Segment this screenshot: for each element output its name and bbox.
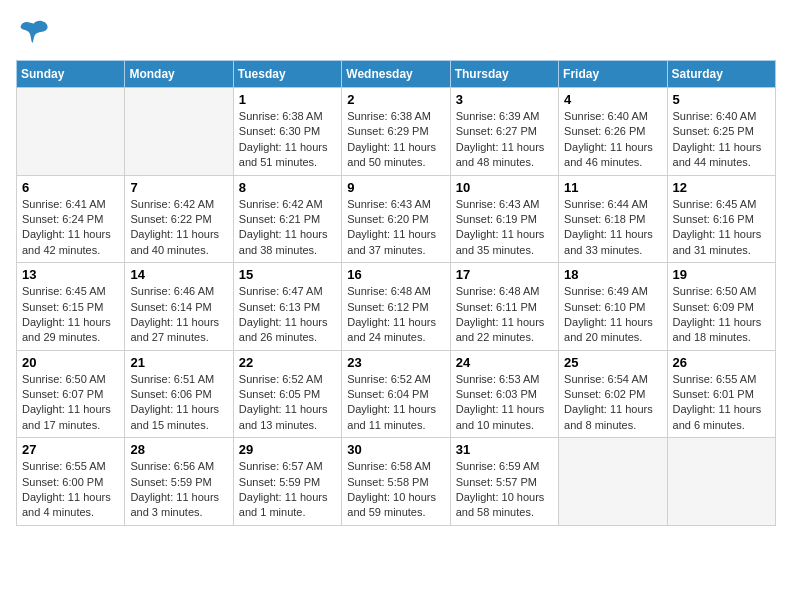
- cell-sun-info: Sunrise: 6:40 AMSunset: 6:25 PMDaylight:…: [673, 109, 770, 171]
- day-number: 29: [239, 442, 336, 457]
- day-number: 1: [239, 92, 336, 107]
- calendar-cell: 28Sunrise: 6:56 AMSunset: 5:59 PMDayligh…: [125, 438, 233, 526]
- calendar-cell: [667, 438, 775, 526]
- cell-sun-info: Sunrise: 6:42 AMSunset: 6:21 PMDaylight:…: [239, 197, 336, 259]
- cell-sun-info: Sunrise: 6:45 AMSunset: 6:16 PMDaylight:…: [673, 197, 770, 259]
- calendar-cell: 11Sunrise: 6:44 AMSunset: 6:18 PMDayligh…: [559, 175, 667, 263]
- calendar-cell: 13Sunrise: 6:45 AMSunset: 6:15 PMDayligh…: [17, 263, 125, 351]
- weekday-header: Tuesday: [233, 61, 341, 88]
- calendar-week-row: 27Sunrise: 6:55 AMSunset: 6:00 PMDayligh…: [17, 438, 776, 526]
- day-number: 2: [347, 92, 444, 107]
- calendar-week-row: 20Sunrise: 6:50 AMSunset: 6:07 PMDayligh…: [17, 350, 776, 438]
- calendar-cell: 25Sunrise: 6:54 AMSunset: 6:02 PMDayligh…: [559, 350, 667, 438]
- logo: [16, 16, 56, 52]
- cell-sun-info: Sunrise: 6:39 AMSunset: 6:27 PMDaylight:…: [456, 109, 553, 171]
- weekday-header: Sunday: [17, 61, 125, 88]
- cell-sun-info: Sunrise: 6:38 AMSunset: 6:30 PMDaylight:…: [239, 109, 336, 171]
- calendar-cell: 5Sunrise: 6:40 AMSunset: 6:25 PMDaylight…: [667, 88, 775, 176]
- day-number: 5: [673, 92, 770, 107]
- day-number: 13: [22, 267, 119, 282]
- cell-sun-info: Sunrise: 6:40 AMSunset: 6:26 PMDaylight:…: [564, 109, 661, 171]
- calendar-cell: [17, 88, 125, 176]
- cell-sun-info: Sunrise: 6:51 AMSunset: 6:06 PMDaylight:…: [130, 372, 227, 434]
- cell-sun-info: Sunrise: 6:52 AMSunset: 6:05 PMDaylight:…: [239, 372, 336, 434]
- calendar-cell: 30Sunrise: 6:58 AMSunset: 5:58 PMDayligh…: [342, 438, 450, 526]
- day-number: 7: [130, 180, 227, 195]
- calendar-cell: 23Sunrise: 6:52 AMSunset: 6:04 PMDayligh…: [342, 350, 450, 438]
- calendar-cell: 4Sunrise: 6:40 AMSunset: 6:26 PMDaylight…: [559, 88, 667, 176]
- day-number: 22: [239, 355, 336, 370]
- cell-sun-info: Sunrise: 6:47 AMSunset: 6:13 PMDaylight:…: [239, 284, 336, 346]
- calendar-cell: [559, 438, 667, 526]
- cell-sun-info: Sunrise: 6:55 AMSunset: 6:00 PMDaylight:…: [22, 459, 119, 521]
- day-number: 3: [456, 92, 553, 107]
- calendar-cell: 29Sunrise: 6:57 AMSunset: 5:59 PMDayligh…: [233, 438, 341, 526]
- day-number: 15: [239, 267, 336, 282]
- day-number: 25: [564, 355, 661, 370]
- calendar-cell: 8Sunrise: 6:42 AMSunset: 6:21 PMDaylight…: [233, 175, 341, 263]
- weekday-header: Wednesday: [342, 61, 450, 88]
- day-number: 6: [22, 180, 119, 195]
- calendar-week-row: 13Sunrise: 6:45 AMSunset: 6:15 PMDayligh…: [17, 263, 776, 351]
- calendar-cell: [125, 88, 233, 176]
- day-number: 30: [347, 442, 444, 457]
- day-number: 10: [456, 180, 553, 195]
- calendar-cell: 20Sunrise: 6:50 AMSunset: 6:07 PMDayligh…: [17, 350, 125, 438]
- day-number: 4: [564, 92, 661, 107]
- day-number: 9: [347, 180, 444, 195]
- cell-sun-info: Sunrise: 6:46 AMSunset: 6:14 PMDaylight:…: [130, 284, 227, 346]
- cell-sun-info: Sunrise: 6:38 AMSunset: 6:29 PMDaylight:…: [347, 109, 444, 171]
- cell-sun-info: Sunrise: 6:48 AMSunset: 6:12 PMDaylight:…: [347, 284, 444, 346]
- calendar-week-row: 6Sunrise: 6:41 AMSunset: 6:24 PMDaylight…: [17, 175, 776, 263]
- cell-sun-info: Sunrise: 6:44 AMSunset: 6:18 PMDaylight:…: [564, 197, 661, 259]
- day-number: 27: [22, 442, 119, 457]
- calendar-cell: 16Sunrise: 6:48 AMSunset: 6:12 PMDayligh…: [342, 263, 450, 351]
- calendar-cell: 2Sunrise: 6:38 AMSunset: 6:29 PMDaylight…: [342, 88, 450, 176]
- calendar-cell: 9Sunrise: 6:43 AMSunset: 6:20 PMDaylight…: [342, 175, 450, 263]
- cell-sun-info: Sunrise: 6:59 AMSunset: 5:57 PMDaylight:…: [456, 459, 553, 521]
- calendar-cell: 1Sunrise: 6:38 AMSunset: 6:30 PMDaylight…: [233, 88, 341, 176]
- calendar-cell: 21Sunrise: 6:51 AMSunset: 6:06 PMDayligh…: [125, 350, 233, 438]
- calendar-cell: 18Sunrise: 6:49 AMSunset: 6:10 PMDayligh…: [559, 263, 667, 351]
- weekday-header: Friday: [559, 61, 667, 88]
- day-number: 11: [564, 180, 661, 195]
- calendar-cell: 31Sunrise: 6:59 AMSunset: 5:57 PMDayligh…: [450, 438, 558, 526]
- day-number: 23: [347, 355, 444, 370]
- weekday-header: Saturday: [667, 61, 775, 88]
- weekday-header: Thursday: [450, 61, 558, 88]
- cell-sun-info: Sunrise: 6:56 AMSunset: 5:59 PMDaylight:…: [130, 459, 227, 521]
- calendar-cell: 27Sunrise: 6:55 AMSunset: 6:00 PMDayligh…: [17, 438, 125, 526]
- day-number: 20: [22, 355, 119, 370]
- cell-sun-info: Sunrise: 6:48 AMSunset: 6:11 PMDaylight:…: [456, 284, 553, 346]
- cell-sun-info: Sunrise: 6:58 AMSunset: 5:58 PMDaylight:…: [347, 459, 444, 521]
- cell-sun-info: Sunrise: 6:55 AMSunset: 6:01 PMDaylight:…: [673, 372, 770, 434]
- day-number: 12: [673, 180, 770, 195]
- cell-sun-info: Sunrise: 6:45 AMSunset: 6:15 PMDaylight:…: [22, 284, 119, 346]
- calendar-cell: 22Sunrise: 6:52 AMSunset: 6:05 PMDayligh…: [233, 350, 341, 438]
- cell-sun-info: Sunrise: 6:57 AMSunset: 5:59 PMDaylight:…: [239, 459, 336, 521]
- calendar-cell: 19Sunrise: 6:50 AMSunset: 6:09 PMDayligh…: [667, 263, 775, 351]
- calendar-cell: 24Sunrise: 6:53 AMSunset: 6:03 PMDayligh…: [450, 350, 558, 438]
- calendar-cell: 3Sunrise: 6:39 AMSunset: 6:27 PMDaylight…: [450, 88, 558, 176]
- day-number: 26: [673, 355, 770, 370]
- day-number: 16: [347, 267, 444, 282]
- cell-sun-info: Sunrise: 6:50 AMSunset: 6:07 PMDaylight:…: [22, 372, 119, 434]
- day-number: 14: [130, 267, 227, 282]
- page-header: [16, 16, 776, 52]
- cell-sun-info: Sunrise: 6:54 AMSunset: 6:02 PMDaylight:…: [564, 372, 661, 434]
- calendar-table: SundayMondayTuesdayWednesdayThursdayFrid…: [16, 60, 776, 526]
- day-number: 19: [673, 267, 770, 282]
- calendar-cell: 14Sunrise: 6:46 AMSunset: 6:14 PMDayligh…: [125, 263, 233, 351]
- calendar-cell: 12Sunrise: 6:45 AMSunset: 6:16 PMDayligh…: [667, 175, 775, 263]
- calendar-cell: 6Sunrise: 6:41 AMSunset: 6:24 PMDaylight…: [17, 175, 125, 263]
- calendar-cell: 10Sunrise: 6:43 AMSunset: 6:19 PMDayligh…: [450, 175, 558, 263]
- day-number: 31: [456, 442, 553, 457]
- day-number: 28: [130, 442, 227, 457]
- cell-sun-info: Sunrise: 6:53 AMSunset: 6:03 PMDaylight:…: [456, 372, 553, 434]
- cell-sun-info: Sunrise: 6:41 AMSunset: 6:24 PMDaylight:…: [22, 197, 119, 259]
- calendar-cell: 15Sunrise: 6:47 AMSunset: 6:13 PMDayligh…: [233, 263, 341, 351]
- calendar-cell: 17Sunrise: 6:48 AMSunset: 6:11 PMDayligh…: [450, 263, 558, 351]
- cell-sun-info: Sunrise: 6:52 AMSunset: 6:04 PMDaylight:…: [347, 372, 444, 434]
- cell-sun-info: Sunrise: 6:49 AMSunset: 6:10 PMDaylight:…: [564, 284, 661, 346]
- logo-bird-icon: [16, 16, 52, 52]
